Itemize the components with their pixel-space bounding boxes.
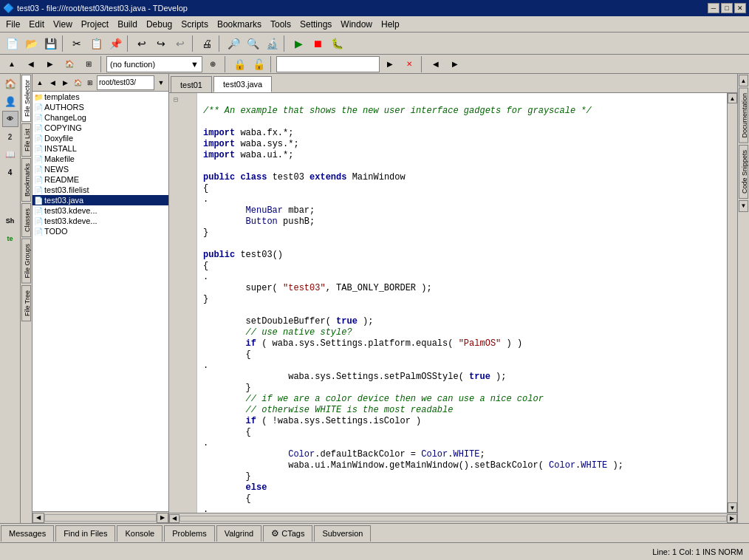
panel-num-2[interactable]: 2: [2, 129, 18, 145]
code-scroll[interactable]: /** An example that shows the new user i…: [197, 93, 727, 513]
fp-back-button[interactable]: ◀: [47, 77, 58, 89]
tree-item-todo[interactable]: 📄 TODO: [33, 226, 168, 236]
unlock-button[interactable]: 🔓: [250, 55, 267, 73]
scroll-up-btn[interactable]: ▲: [728, 93, 737, 103]
find-button[interactable]: 🔍: [244, 35, 261, 52]
panel-num-4[interactable]: 4: [2, 164, 18, 180]
panel-icon-2[interactable]: 👤: [2, 93, 18, 109]
menu-view[interactable]: View: [49, 18, 77, 31]
fp-home-button[interactable]: 🏠: [72, 77, 83, 89]
btab-find-in-files[interactable]: Find in Files: [55, 525, 115, 542]
save-file-button[interactable]: 💾: [41, 35, 59, 52]
nav-home-button[interactable]: 🏠: [61, 55, 78, 73]
search-field[interactable]: [276, 56, 380, 72]
vtab-file-list[interactable]: File List: [21, 123, 31, 157]
vtab-classes[interactable]: Classes: [21, 203, 31, 237]
search-go-button[interactable]: ▶: [381, 55, 399, 73]
tab-test01[interactable]: test01: [171, 76, 212, 92]
horiz-scrollbar[interactable]: ◀ ▶: [169, 513, 737, 523]
menu-scripts[interactable]: Scripts: [177, 18, 213, 31]
minimize-button[interactable]: ─: [708, 3, 719, 13]
nav-prev-button[interactable]: ◀: [22, 55, 40, 73]
file-panel-scrollbar[interactable]: ◀ ▶: [33, 511, 168, 523]
vtab-file-tree[interactable]: File Tree: [21, 285, 31, 321]
menu-tools[interactable]: Tools: [266, 18, 295, 31]
function-expand-button[interactable]: ⊕: [204, 55, 222, 73]
btab-messages[interactable]: Messages: [1, 525, 54, 542]
code-editor[interactable]: /** An example that shows the new user i…: [197, 93, 727, 513]
redo-button[interactable]: ↪: [152, 35, 170, 52]
fp-up-button[interactable]: ▲: [34, 77, 46, 89]
btab-konsole[interactable]: Konsole: [117, 525, 163, 542]
search-button[interactable]: 🔎: [225, 35, 242, 52]
tree-item-readme[interactable]: 📄 README: [33, 174, 168, 185]
vtab-code-snippets[interactable]: Code Snippets: [739, 145, 748, 199]
menu-build[interactable]: Build: [113, 18, 142, 31]
tree-item-copying[interactable]: 📄 COPYING: [33, 123, 168, 133]
scroll-left-btn[interactable]: ◀: [33, 513, 44, 523]
fold-marker[interactable]: ⊟: [171, 95, 181, 106]
function-dropdown[interactable]: (no function) ▼: [106, 56, 202, 72]
close-button[interactable]: ✕: [734, 3, 746, 13]
scroll-right2-btn[interactable]: ▶: [727, 514, 737, 523]
scroll-bottom-btn[interactable]: ▼: [739, 200, 748, 212]
btab-subversion[interactable]: Subversion: [314, 525, 371, 542]
tree-item-makefile[interactable]: 📄 Makefile: [33, 154, 168, 164]
maximize-button[interactable]: □: [721, 3, 733, 13]
tree-item-kdev2[interactable]: 📄 test03.kdeve...: [33, 216, 168, 226]
menu-project[interactable]: Project: [77, 18, 113, 31]
grep-button[interactable]: 🔬: [263, 35, 281, 52]
fp-dropdown-button[interactable]: ▼: [155, 77, 167, 89]
nav-next-button[interactable]: ▶: [41, 55, 59, 73]
cut-button[interactable]: ✂: [68, 35, 86, 52]
tree-item-changelog[interactable]: 📄 ChangeLog: [33, 112, 168, 123]
lock-button[interactable]: 🔒: [230, 55, 248, 73]
shortcut-te[interactable]: te: [2, 231, 18, 247]
fp-fwd-button[interactable]: ▶: [59, 77, 71, 89]
tab-test03java[interactable]: test03.java: [213, 76, 272, 92]
search-clear-button[interactable]: ✕: [400, 55, 418, 73]
tree-item-news[interactable]: 📄 NEWS: [33, 164, 168, 174]
bookmark-prev-button[interactable]: ◀: [427, 55, 445, 73]
nav-expand-button[interactable]: ⊞: [80, 55, 98, 73]
scroll-left2-btn[interactable]: ◀: [169, 514, 179, 523]
btab-ctags[interactable]: ⚙ CTags: [263, 525, 312, 542]
copy-button[interactable]: 📋: [87, 35, 105, 52]
paste-button[interactable]: 📌: [106, 35, 124, 52]
shortcut-sh[interactable]: Sh: [2, 213, 18, 229]
debug-button[interactable]: 🐛: [328, 35, 346, 52]
tree-item-kdev1[interactable]: 📄 test03.kdeve...: [33, 205, 168, 216]
menu-help[interactable]: Help: [377, 18, 404, 31]
tree-item-filelist[interactable]: 📄 test03.filelist: [33, 185, 168, 195]
tree-item-test03java[interactable]: 📄 test03.java: [33, 195, 168, 205]
print-button[interactable]: 🖨: [198, 35, 216, 52]
tree-item-authors[interactable]: 📄 AUTHORS: [33, 102, 168, 112]
menu-bookmarks[interactable]: Bookmarks: [213, 18, 266, 31]
nav-back-button[interactable]: ▲: [3, 55, 21, 73]
run-button[interactable]: ▶: [290, 35, 307, 52]
vtab-bookmarks[interactable]: Bookmarks: [21, 158, 31, 202]
vertical-scrollbar[interactable]: ▲ ▼: [727, 93, 737, 513]
open-file-button[interactable]: 📂: [22, 35, 40, 52]
panel-icon-1[interactable]: 🏠: [2, 75, 18, 92]
tree-item-templates[interactable]: 📁 templates: [33, 92, 168, 102]
panel-icon-book[interactable]: 📖: [2, 146, 18, 163]
undo-button[interactable]: ↩: [133, 35, 151, 52]
stop-button[interactable]: ⏹: [309, 35, 326, 52]
menu-settings[interactable]: Settings: [295, 18, 336, 31]
scroll-down-btn[interactable]: ▼: [728, 502, 737, 513]
menu-debug[interactable]: Debug: [142, 18, 177, 31]
scroll-right-btn[interactable]: ▶: [157, 513, 168, 523]
vtab-file-selector[interactable]: File Selector: [21, 75, 31, 122]
vtab-file-groups[interactable]: File Groups: [21, 239, 31, 284]
btab-problems[interactable]: Problems: [164, 525, 214, 542]
menu-window[interactable]: Window: [336, 18, 377, 31]
fp-expand-button[interactable]: ⊞: [84, 77, 96, 89]
menu-edit[interactable]: Edit: [24, 18, 49, 31]
menu-file[interactable]: File: [1, 18, 24, 31]
tree-item-install[interactable]: 📄 INSTALL: [33, 143, 168, 154]
panel-icon-3[interactable]: 👁: [2, 111, 18, 127]
vtab-documentation[interactable]: Documentation: [739, 88, 748, 143]
scroll-top-btn[interactable]: ▲: [739, 75, 748, 86]
undo2-button[interactable]: ↩: [171, 35, 189, 52]
